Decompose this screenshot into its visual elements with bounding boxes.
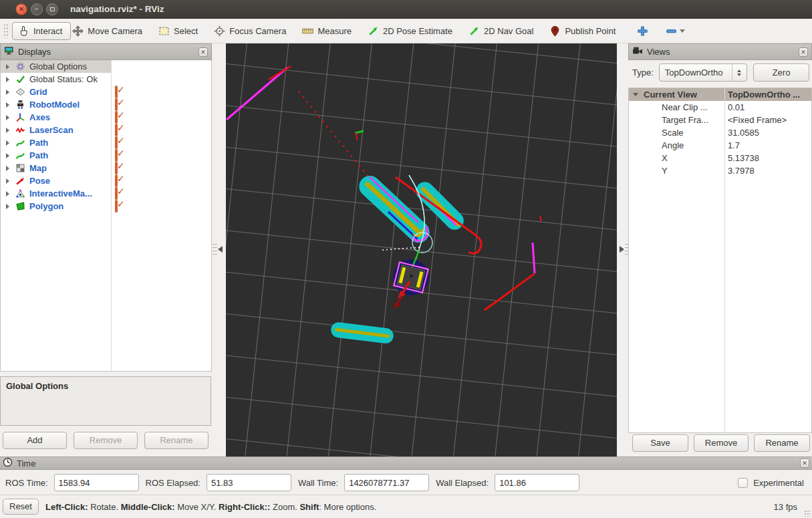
time-field-input[interactable] <box>344 474 429 491</box>
property-value[interactable]: 31.0585 <box>728 128 759 138</box>
views-table-row[interactable]: Angle1.7 <box>629 139 811 152</box>
window-maximize-button[interactable] <box>46 3 58 15</box>
tool-move-camera[interactable]: Move Camera <box>72 25 142 37</box>
remove-view-button[interactable]: Remove <box>694 434 749 452</box>
display-item[interactable]: Map <box>1 162 211 174</box>
left-splitter[interactable] <box>212 43 226 457</box>
experimental-checkbox[interactable] <box>738 478 748 488</box>
add-tool-button[interactable] <box>637 25 648 37</box>
display-item[interactable]: Polygon <box>1 200 211 213</box>
display-enabled-checkbox[interactable] <box>115 200 118 213</box>
tool-publish-point[interactable]: Publish Point <box>549 25 616 37</box>
expander-icon[interactable] <box>6 191 9 197</box>
tool-measure[interactable]: Measure <box>302 25 352 37</box>
property-value[interactable]: <Fixed Frame> <box>728 115 787 125</box>
expander-icon[interactable] <box>6 153 9 158</box>
chevron-down-icon[interactable] <box>680 29 685 33</box>
expander-icon[interactable] <box>6 115 9 120</box>
display-item[interactable]: Path <box>1 136 211 149</box>
polygon-icon <box>15 203 25 213</box>
laserscan-icon <box>15 127 25 137</box>
expander-icon[interactable] <box>6 102 9 108</box>
time-close-icon[interactable]: ✕ <box>800 459 809 468</box>
remove-display-button[interactable]: Remove <box>74 432 138 449</box>
toolbar-handle[interactable] <box>3 23 8 38</box>
display-item[interactable]: Global Status: Ok <box>1 73 211 86</box>
titlebar[interactable]: ✕ − navigation.rviz* - RViz <box>0 0 812 19</box>
views-table-row[interactable]: Target Fra...<Fixed Frame> <box>629 114 811 126</box>
views-panel-icon <box>632 47 643 57</box>
tool-2d-pose-estimate[interactable]: 2D Pose Estimate <box>368 25 452 37</box>
render-viewport[interactable] <box>226 43 617 457</box>
rviz-window: { "window": { "title": "navigation.rviz*… <box>0 0 812 518</box>
display-item[interactable]: LaserScan <box>1 124 211 136</box>
tool-focus-camera[interactable]: Focus Camera <box>214 25 286 37</box>
expander-icon[interactable] <box>6 77 9 82</box>
views-close-icon[interactable]: ✕ <box>799 47 808 57</box>
expander-icon[interactable] <box>6 64 9 70</box>
tool-label: Move Camera <box>88 26 142 36</box>
displays-panel-header[interactable]: Displays ✕ <box>0 43 212 60</box>
views-table-row[interactable]: Near Clip ...0.01 <box>629 101 811 114</box>
display-item[interactable]: Grid <box>1 86 211 98</box>
expander-icon[interactable] <box>6 166 9 171</box>
spinner-icons[interactable] <box>732 64 747 81</box>
help-key: Right-Click:: <box>219 502 270 512</box>
axes-icon <box>15 114 25 124</box>
time-field-label: ROS Elapsed: <box>146 478 200 488</box>
property-value[interactable]: 1.7 <box>728 140 740 150</box>
display-item[interactable]: InteractiveMa... <box>1 187 211 200</box>
tool-2d-nav-goal[interactable]: 2D Nav Goal <box>468 25 533 37</box>
views-panel-title: Views <box>647 47 670 57</box>
view-type-value: TopDownOrtho <box>665 68 723 78</box>
reset-button[interactable]: Reset <box>3 499 39 515</box>
expander-icon[interactable] <box>6 204 9 209</box>
view-type-select[interactable]: TopDownOrtho <box>659 63 747 82</box>
tool-label: 2D Nav Goal <box>484 26 533 36</box>
expander-icon[interactable] <box>6 178 9 184</box>
minus-icon <box>666 25 677 37</box>
tool-interact[interactable]: Interact <box>12 22 71 40</box>
expander-icon[interactable] <box>6 128 9 133</box>
displays-column-separator[interactable] <box>111 60 112 371</box>
display-item[interactable]: RobotModel <box>1 98 211 111</box>
views-panel-header[interactable]: Views ✕ <box>628 43 812 60</box>
displays-splitter-grip[interactable] <box>0 372 212 376</box>
window-minimize-button[interactable]: − <box>31 3 43 15</box>
display-item[interactable]: Pose <box>1 174 211 187</box>
collapse-left-icon[interactable] <box>218 246 223 253</box>
resize-grip[interactable] <box>804 510 811 517</box>
views-table-header-row[interactable]: Current ViewTopDownOrtho ... <box>629 88 811 101</box>
expander-icon[interactable] <box>6 90 9 95</box>
views-table-row[interactable]: Y3.7978 <box>629 164 811 177</box>
time-panel-title: Time <box>17 459 35 469</box>
rename-view-button[interactable]: Rename <box>754 434 810 452</box>
save-view-button[interactable]: Save <box>632 434 688 452</box>
time-panel-header[interactable]: Time ✕ <box>0 457 812 470</box>
views-column-separator[interactable] <box>724 88 725 432</box>
time-field-input[interactable] <box>207 474 291 491</box>
collapse-right-icon[interactable] <box>620 246 624 253</box>
time-field-input[interactable] <box>495 474 579 491</box>
display-item[interactable]: Path <box>1 149 211 162</box>
help-desc: Rotate. <box>88 502 121 512</box>
property-value[interactable]: TopDownOrtho ... <box>728 90 800 100</box>
views-table-row[interactable]: X5.13738 <box>629 152 811 164</box>
tool-select[interactable]: Select <box>158 25 198 37</box>
displays-close-icon[interactable]: ✕ <box>198 47 208 57</box>
display-item[interactable]: Global Options <box>1 60 211 73</box>
views-table-row[interactable]: Scale31.0585 <box>629 126 811 139</box>
expander-down-icon[interactable] <box>633 93 638 96</box>
zero-button[interactable]: Zero <box>753 63 809 82</box>
expander-icon[interactable] <box>6 140 9 146</box>
property-value[interactable]: 0.01 <box>728 102 745 112</box>
display-item[interactable]: Axes <box>1 111 211 124</box>
property-value[interactable]: 3.7978 <box>728 166 755 176</box>
time-field-input[interactable] <box>54 474 139 491</box>
window-close-button[interactable]: ✕ <box>15 3 27 15</box>
right-splitter[interactable] <box>617 43 628 457</box>
add-display-button[interactable]: Add <box>3 432 67 449</box>
property-value[interactable]: 5.13738 <box>728 153 759 163</box>
remove-tool-button[interactable] <box>666 25 685 37</box>
rename-display-button[interactable]: Rename <box>144 432 209 449</box>
